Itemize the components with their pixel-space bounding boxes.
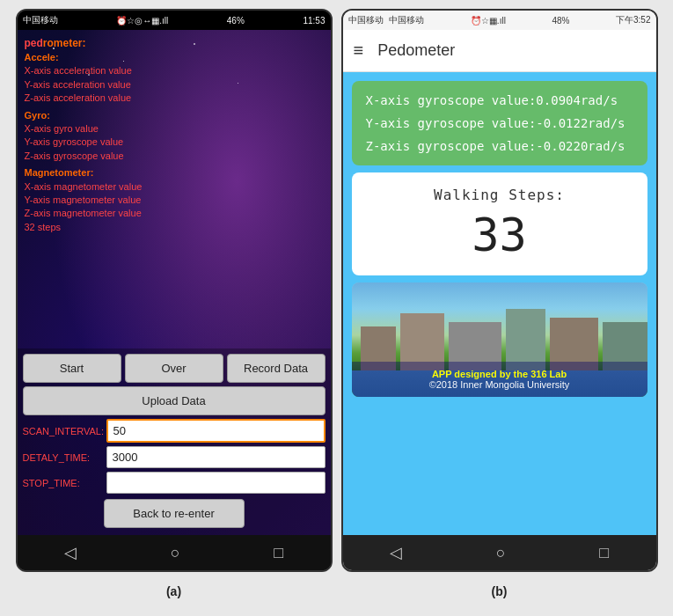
- gyro-section: Gyro: X-axis gyro value Y-axis gyroscope…: [25, 109, 324, 164]
- accel-z: Z-axis acceleration value: [25, 92, 324, 105]
- mag-y: Y-axis magnetometer value: [25, 194, 324, 207]
- back-nav-icon[interactable]: ◁: [64, 543, 77, 562]
- captions-row: (a) (b): [0, 581, 673, 602]
- delay-time-row: DETALY_TIME:: [23, 446, 326, 468]
- steps-label: Walking Steps:: [434, 187, 565, 203]
- phone-b-carrier: 中国移动 中国移动: [348, 14, 425, 26]
- star-deco: [53, 48, 55, 49]
- phone-a-btn-row: Start Over Record Data: [18, 348, 331, 386]
- university-image-card: APP designed by the 316 Lab ©2018 Inner …: [352, 282, 647, 397]
- start-button[interactable]: Start: [23, 354, 121, 383]
- steps-card: Walking Steps: 33: [352, 172, 647, 275]
- lab-credit: APP designed by the 316 Lab: [359, 369, 640, 379]
- gyro-y-value: Y-axis gyroscope value:-0.0122rad/s: [366, 116, 633, 130]
- phone-b-top-bar: ≡ Pedometer: [343, 30, 656, 72]
- phone-a-time: 11:53: [303, 16, 325, 26]
- phone-b-battery: 48%: [552, 16, 569, 26]
- star-deco: [123, 61, 124, 62]
- stop-time-row: STOP_TIME:: [23, 472, 326, 494]
- over-button[interactable]: Over: [125, 354, 223, 383]
- phone-b-home-icon[interactable]: ○: [496, 544, 506, 562]
- hamburger-menu-icon[interactable]: ≡: [354, 40, 364, 61]
- record-data-button[interactable]: Record Data: [227, 354, 326, 383]
- mag-x: X-axis magnetometer value: [25, 180, 324, 194]
- delay-time-label: DETALY_TIME:: [23, 452, 106, 463]
- phone-b-nav-bar: ◁ ○ □: [343, 535, 656, 570]
- phone-b-screen: X-axis gyroscope value:0.0904rad/s Y-axi…: [343, 72, 656, 535]
- caption-b: (b): [341, 584, 658, 598]
- recents-nav-icon[interactable]: □: [274, 544, 283, 562]
- phone-a-battery: 46%: [227, 16, 245, 26]
- phone-a-status-icons: ⏰☆◎↔▦.ıll: [116, 16, 168, 26]
- phone-b-recents-icon[interactable]: □: [599, 544, 609, 562]
- mag-title: Magnetometer:: [25, 166, 324, 180]
- star-deco: [88, 74, 90, 76]
- phone-a-nav-bar: ◁ ○ □: [18, 535, 331, 570]
- phone-a-screen: pedrometer: Accele: X-axis acceleration …: [18, 30, 331, 535]
- scan-interval-input[interactable]: [106, 419, 326, 443]
- phone-a-status-bar: 中国移动 ⏰☆◎↔▦.ıll 46% 11:53: [18, 11, 331, 30]
- mag-z: Z-axis magnetometer value: [25, 207, 324, 220]
- magnetometer-section: Magnetometer: X-axis magnetometer value …: [25, 166, 324, 234]
- phone-a-app-title: pedrometer:: [25, 37, 324, 49]
- gyro-y: Y-axis gyroscope value: [25, 136, 324, 149]
- stop-time-input[interactable]: [106, 472, 326, 494]
- phone-b-time: 下午3:52: [616, 14, 650, 26]
- gyroscope-card: X-axis gyroscope value:0.0904rad/s Y-axi…: [352, 81, 647, 165]
- gyro-z-value: Z-axis gyroscope value:-0.0220rad/s: [366, 139, 633, 153]
- phone-a-bottom-controls: Start Over Record Data Upload Data SCAN_…: [18, 348, 331, 535]
- accel-x: X-axis acceleration value: [25, 64, 324, 77]
- phone-b-app-title: Pedometer: [377, 41, 455, 60]
- upload-data-button[interactable]: Upload Data: [23, 386, 326, 415]
- scan-interval-label: SCAN_INTERVAL:: [23, 426, 106, 436]
- star-deco: [194, 43, 195, 45]
- stop-time-label: STOP_TIME:: [23, 478, 106, 488]
- phone-b-status-icons: ⏰☆▦.ıll: [471, 16, 506, 26]
- delay-time-input[interactable]: [106, 446, 326, 468]
- home-nav-icon[interactable]: ○: [171, 544, 180, 562]
- image-overlay: APP designed by the 316 Lab ©2018 Inner …: [352, 362, 647, 397]
- university-credit: ©2018 Inner Mongolia University: [359, 379, 640, 390]
- steps-value: 33: [472, 209, 527, 261]
- phone-b-frame: 中国移动 中国移动 ⏰☆▦.ıll 48% 下午3:52 ≡ Pedometer…: [341, 9, 658, 572]
- caption-a: (a): [16, 584, 333, 598]
- star-deco: [238, 83, 238, 84]
- accel-y: Y-axis acceleration value: [25, 78, 324, 92]
- back-to-reenter-button[interactable]: Back to re-enter: [104, 499, 245, 528]
- gyro-x: X-axis gyro value: [25, 122, 324, 136]
- scan-interval-row: SCAN_INTERVAL:: [23, 419, 326, 443]
- gyro-x-value: X-axis gyroscope value:0.0904rad/s: [366, 93, 633, 107]
- phone-a-frame: 中国移动 ⏰☆◎↔▦.ıll 46% 11:53 pedrometer: Acc…: [16, 9, 333, 572]
- gyro-z: Z-axis gyroscope value: [25, 150, 324, 163]
- step-count: 32 steps: [25, 221, 324, 234]
- gyro-title: Gyro:: [25, 109, 324, 122]
- phone-a-carrier: 中国移动: [23, 14, 58, 26]
- phone-b-status-bar: 中国移动 中国移动 ⏰☆▦.ıll 48% 下午3:52: [343, 11, 656, 30]
- accelerometer-section: Accele: X-axis acceleration value Y-axis…: [25, 51, 324, 106]
- phone-b-back-icon[interactable]: ◁: [390, 543, 402, 562]
- accel-title: Accele:: [25, 51, 324, 64]
